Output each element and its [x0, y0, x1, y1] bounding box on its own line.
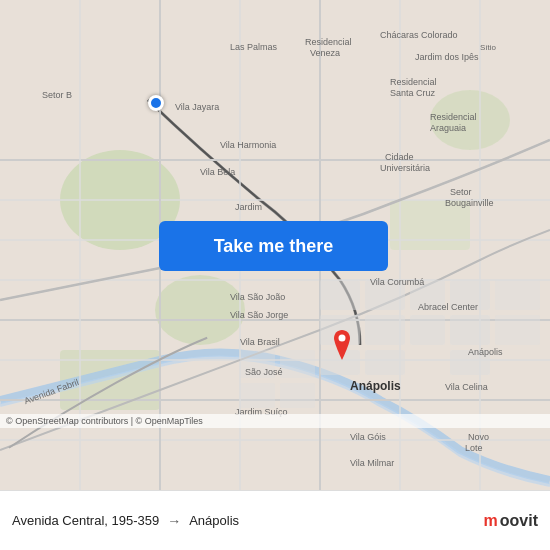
svg-text:Vila Harmonia: Vila Harmonia [220, 140, 276, 150]
destination-label: Anápolis [189, 513, 239, 528]
svg-text:Vila Celina: Vila Celina [445, 382, 488, 392]
svg-text:Novo: Novo [468, 432, 489, 442]
svg-text:Las Palmas: Las Palmas [230, 42, 278, 52]
svg-text:Vila São Jorge: Vila São Jorge [230, 310, 288, 320]
svg-text:Vila Góis: Vila Góis [350, 432, 386, 442]
svg-point-71 [339, 335, 346, 342]
svg-text:Jardim dos Ipês: Jardim dos Ipês [415, 52, 479, 62]
svg-text:Chácaras Colorado: Chácaras Colorado [380, 30, 458, 40]
svg-text:Vila Bela: Vila Bela [200, 167, 235, 177]
moovit-rest-letters: oovit [500, 512, 538, 530]
bottom-navigation-bar: Avenida Central, 195-359 → Anápolis moov… [0, 490, 550, 550]
svg-text:Lote: Lote [465, 443, 483, 453]
svg-text:Vila Milmar: Vila Milmar [350, 458, 394, 468]
svg-text:Residencial: Residencial [390, 77, 437, 87]
svg-text:Residencial: Residencial [305, 37, 352, 47]
moovit-m-letter: m [484, 512, 498, 530]
map-container: Las Palmas Residencial Veneza Chácaras C… [0, 0, 550, 490]
svg-text:Abracel Center: Abracel Center [418, 302, 478, 312]
svg-rect-34 [280, 350, 315, 378]
svg-text:Vila Corumbá: Vila Corumbá [370, 277, 424, 287]
svg-text:Setor B: Setor B [42, 90, 72, 100]
map-attribution: © OpenStreetMap contributors | © OpenMap… [0, 414, 550, 428]
take-me-there-button[interactable]: Take me there [159, 221, 388, 271]
svg-text:Araguaia: Araguaia [430, 123, 466, 133]
svg-text:Residencial: Residencial [430, 112, 477, 122]
svg-text:Jardim: Jardim [235, 202, 262, 212]
svg-text:Vila Brasil: Vila Brasil [240, 337, 280, 347]
svg-text:Cidade: Cidade [385, 152, 414, 162]
origin-marker [148, 95, 164, 111]
svg-rect-29 [450, 315, 490, 345]
svg-rect-20 [320, 280, 360, 310]
destination-pin [330, 330, 354, 360]
svg-text:São José: São José [245, 367, 283, 377]
svg-text:Bougainville: Bougainville [445, 198, 494, 208]
svg-text:Vila Jayara: Vila Jayara [175, 102, 219, 112]
svg-rect-35 [240, 383, 275, 408]
svg-text:Vila São João: Vila São João [230, 292, 285, 302]
svg-rect-32 [495, 315, 540, 345]
svg-rect-36 [280, 383, 315, 408]
svg-text:Sítio: Sítio [480, 43, 497, 52]
svg-text:Anápolis: Anápolis [468, 347, 503, 357]
svg-text:Anápolis: Anápolis [350, 379, 401, 393]
svg-rect-23 [365, 315, 405, 345]
svg-text:Setor: Setor [450, 187, 472, 197]
svg-text:Universitária: Universitária [380, 163, 430, 173]
svg-rect-27 [365, 350, 405, 375]
moovit-logo: moovit [484, 512, 538, 530]
svg-text:Santa Cruz: Santa Cruz [390, 88, 436, 98]
origin-label: Avenida Central, 195-359 [12, 513, 159, 528]
svg-rect-31 [495, 280, 540, 310]
arrow-icon: → [167, 513, 181, 529]
svg-text:Veneza: Veneza [310, 48, 340, 58]
svg-rect-25 [410, 315, 445, 345]
